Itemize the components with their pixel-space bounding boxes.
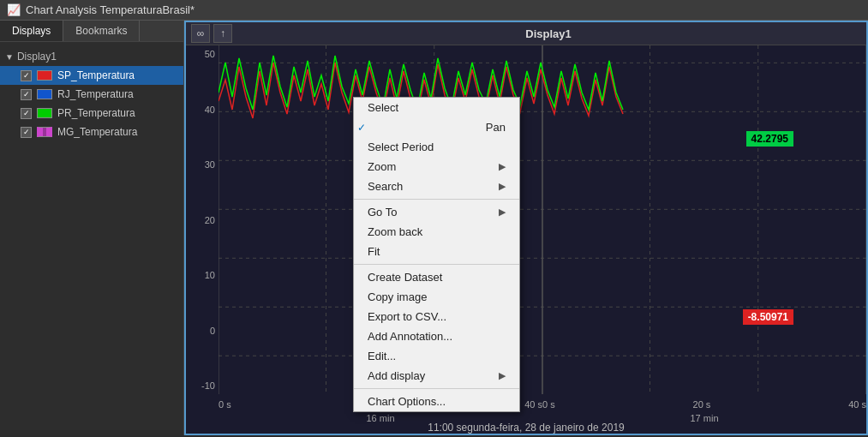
sidebar: Displays Bookmarks ▼ Display1 SP_Tempera… xyxy=(0,21,184,435)
chart-area: ∞ ↑ Display1 xyxy=(184,21,868,435)
x-label-40s-left: 40 s xyxy=(524,399,542,410)
menu-item-add-annotation[interactable]: Add Annotation... xyxy=(354,326,519,346)
y-label-50: 50 xyxy=(205,49,215,59)
arrow-icon-search: ▶ xyxy=(499,181,506,192)
menu-item-search[interactable]: Search ▶ xyxy=(354,177,519,196)
menu-item-edit[interactable]: Edit... xyxy=(354,346,519,366)
chart-timestamp: 11:00 segunda-feira, 28 de janeiro de 20… xyxy=(186,422,866,434)
checkbox-pr[interactable] xyxy=(21,108,32,119)
menu-label-create-dataset: Create Dataset xyxy=(368,271,442,284)
tree-item-label-sp: SP_Temperatura xyxy=(57,69,135,81)
chart-icon: 📈 xyxy=(7,3,21,16)
chart-toolbar: ∞ ↑ Display1 xyxy=(186,22,866,45)
checkbox-mg[interactable] xyxy=(21,127,32,138)
tree-item-pr-temperatura[interactable]: PR_Temperatura xyxy=(0,104,183,123)
y-label-20: 20 xyxy=(205,215,215,225)
separator-2 xyxy=(354,264,519,265)
chart-svg xyxy=(218,45,866,394)
y-label-0: 0 xyxy=(210,326,215,336)
menu-item-select-period[interactable]: Select Period xyxy=(354,137,519,157)
x-label-40s-right: 40 s xyxy=(848,399,866,410)
tree-item-rj-temperatura[interactable]: RJ_Temperatura xyxy=(0,85,183,104)
check-mark-pan: ✓ xyxy=(357,122,368,134)
tree-group-display1: ▼ Display1 xyxy=(0,47,183,66)
separator-1 xyxy=(354,199,519,200)
checkbox-sp[interactable] xyxy=(21,70,32,81)
tab-bookmarks[interactable]: Bookmarks xyxy=(63,21,140,41)
menu-item-select[interactable]: Select xyxy=(354,98,519,117)
tree-item-label-mg: MG_Temperatura xyxy=(57,126,137,138)
chart-display-title: Display1 xyxy=(236,27,861,40)
menu-label-edit: Edit... xyxy=(368,350,396,362)
sidebar-tabs: Displays Bookmarks xyxy=(0,21,183,42)
y-label-neg10: -10 xyxy=(201,380,215,391)
value-label-low: -8.50971 xyxy=(743,309,793,325)
menu-item-zoom[interactable]: Zoom ▶ xyxy=(354,157,519,177)
color-swatch-mg xyxy=(37,127,52,137)
toolbar-infinity-btn[interactable]: ∞ xyxy=(191,24,210,43)
menu-item-create-dataset[interactable]: Create Dataset xyxy=(354,267,519,287)
color-swatch-sp xyxy=(37,70,52,81)
menu-item-zoom-back[interactable]: Zoom back xyxy=(354,222,519,242)
menu-label-copy-image: Copy image xyxy=(368,290,427,303)
y-label-10: 10 xyxy=(205,270,215,280)
menu-item-goto[interactable]: Go To ▶ xyxy=(354,202,519,222)
menu-label-chart-options: Chart Options... xyxy=(368,395,446,408)
menu-label-select-period: Select Period xyxy=(368,141,434,153)
menu-label-search: Search xyxy=(368,180,403,193)
arrow-icon-zoom: ▶ xyxy=(499,161,506,172)
menu-item-fit[interactable]: Fit xyxy=(354,242,519,261)
tree-item-sp-temperatura[interactable]: SP_Temperatura xyxy=(0,66,183,85)
menu-label-add-display: Add display xyxy=(368,369,425,382)
menu-item-pan[interactable]: ✓ Pan xyxy=(354,117,519,137)
menu-label-fit: Fit xyxy=(368,245,380,258)
menu-label-export-csv: Export to CSV... xyxy=(368,310,446,323)
menu-label-pan: Pan xyxy=(486,121,506,134)
color-swatch-pr xyxy=(37,108,52,118)
chevron-down-icon: ▼ xyxy=(5,52,14,62)
x-axis-right: 0 s 20 s 40 s xyxy=(542,399,866,410)
chart-main[interactable]: 50 40 30 20 10 0 -10 42.2795 -8.50971 0 … xyxy=(186,45,866,434)
y-axis: 50 40 30 20 10 0 -10 xyxy=(186,45,218,394)
separator-3 xyxy=(354,388,519,389)
menu-item-chart-options[interactable]: Chart Options... xyxy=(354,392,519,411)
title-bar: 📈 Chart Analysis TemperaturaBrasil* xyxy=(0,0,868,21)
main-layout: Displays Bookmarks ▼ Display1 SP_Tempera… xyxy=(0,21,868,435)
menu-item-copy-image[interactable]: Copy image xyxy=(354,287,519,307)
x-label-0s-left: 0 s xyxy=(218,399,231,410)
x-label-20s-right: 20 s xyxy=(693,399,711,410)
tree-item-label-rj: RJ_Temperatura xyxy=(57,88,134,100)
context-menu: Select ✓ Pan Select Period Zoom ▶ xyxy=(353,97,520,412)
arrow-icon-goto: ▶ xyxy=(499,207,506,218)
tree-group-label: Display1 xyxy=(17,51,57,63)
checkbox-rj[interactable] xyxy=(21,89,32,100)
menu-label-zoom-back: Zoom back xyxy=(368,225,422,238)
value-label-high: 42.2795 xyxy=(746,131,793,147)
sidebar-tree: ▼ Display1 SP_Temperatura RJ_Temperatura… xyxy=(0,42,183,147)
tree-item-label-pr: PR_Temperatura xyxy=(57,107,135,119)
tab-displays[interactable]: Displays xyxy=(0,21,63,41)
y-label-30: 30 xyxy=(205,159,215,170)
y-label-40: 40 xyxy=(205,105,215,115)
tree-item-mg-temperatura[interactable]: MG_Temperatura xyxy=(0,123,183,141)
menu-label-add-annotation: Add Annotation... xyxy=(368,330,452,343)
toolbar-up-btn[interactable]: ↑ xyxy=(213,24,232,43)
color-swatch-rj xyxy=(37,89,52,99)
window-title: Chart Analysis TemperaturaBrasil* xyxy=(26,3,195,16)
menu-label-select: Select xyxy=(368,101,398,114)
x-label-0s-right: 0 s xyxy=(542,399,555,410)
menu-label-zoom: Zoom xyxy=(368,160,396,173)
menu-item-add-display[interactable]: Add display ▶ xyxy=(354,366,519,386)
arrow-icon-add-display: ▶ xyxy=(499,370,506,381)
menu-label-goto: Go To xyxy=(368,206,397,218)
menu-item-export-csv[interactable]: Export to CSV... xyxy=(354,307,519,326)
